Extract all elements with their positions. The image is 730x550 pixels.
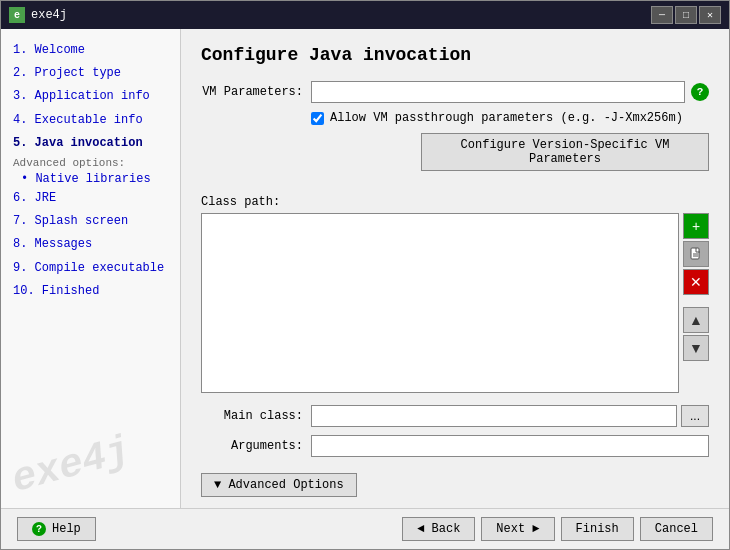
sidebar-link-messages[interactable]: 8. Messages [13,237,92,251]
minimize-button[interactable]: ─ [651,6,673,24]
sidebar-item-executable-info[interactable]: 4. Executable info [9,109,172,132]
main-class-row: Main class: ... [201,405,709,427]
close-button[interactable]: ✕ [699,6,721,24]
classpath-file-button[interactable] [683,241,709,267]
title-bar: e exe4j ─ □ ✕ [1,1,729,29]
advanced-options-button[interactable]: ▼ Advanced Options [201,473,357,497]
sidebar-item-project-type[interactable]: 2. Project type [9,62,172,85]
window-title: exe4j [31,8,67,22]
arguments-row: Arguments: [201,435,709,457]
sidebar-item-java-invocation[interactable]: 5. Java invocation [9,132,172,155]
sidebar: 1. Welcome 2. Project type 3. Applicatio… [1,29,181,508]
sidebar-item-compile[interactable]: 9. Compile executable [9,257,172,280]
classpath-wrapper: + ✕ ▲ ▼ [201,213,709,393]
bottom-right: ◄ Back Next ► Finish Cancel [402,517,713,541]
classpath-label: Class path: [201,195,709,209]
finish-button[interactable]: Finish [561,517,634,541]
main-class-browse-button[interactable]: ... [681,405,709,427]
vm-parameters-label: VM Parameters: [201,85,311,99]
sidebar-watermark: exe4j [7,428,135,503]
sidebar-link-jre[interactable]: 6. JRE [13,191,56,205]
sidebar-link-executable-info[interactable]: 4. Executable info [13,113,143,127]
sidebar-link-project-type[interactable]: 2. Project type [13,66,121,80]
classpath-up-button[interactable]: ▲ [683,307,709,333]
classpath-buttons: + ✕ ▲ ▼ [683,213,709,393]
title-bar-left: e exe4j [9,7,67,23]
vm-parameters-input[interactable] [311,81,685,103]
bottom-bar: ? Help ◄ Back Next ► Finish Cancel [1,508,729,549]
main-panel: Configure Java invocation VM Parameters:… [181,29,729,508]
help-button-icon: ? [32,522,46,536]
classpath-down-button[interactable]: ▼ [683,335,709,361]
title-controls: ─ □ ✕ [651,6,721,24]
sidebar-link-compile[interactable]: 9. Compile executable [13,261,164,275]
classpath-area[interactable] [201,213,679,393]
allow-passthrough-checkbox[interactable] [311,112,324,125]
sidebar-link-application-info[interactable]: 3. Application info [13,89,150,103]
sidebar-link-finished[interactable]: 10. Finished [13,284,99,298]
bottom-left: ? Help [17,517,96,541]
sidebar-item-finished[interactable]: 10. Finished [9,280,172,303]
sidebar-link-splash[interactable]: 7. Splash screen [13,214,128,228]
advanced-options-label: Advanced options: [9,155,172,171]
sidebar-item-splash[interactable]: 7. Splash screen [9,210,172,233]
main-class-input[interactable] [311,405,677,427]
cancel-button[interactable]: Cancel [640,517,713,541]
page-title: Configure Java invocation [201,45,709,65]
sidebar-link-native-libraries[interactable]: • Native libraries [21,172,151,186]
sidebar-item-messages[interactable]: 8. Messages [9,233,172,256]
sidebar-link-java-invocation[interactable]: 5. Java invocation [13,136,143,150]
help-button[interactable]: ? Help [17,517,96,541]
classpath-remove-button[interactable]: ✕ [683,269,709,295]
back-button[interactable]: ◄ Back [402,517,475,541]
content-area: 1. Welcome 2. Project type 3. Applicatio… [1,29,729,508]
allow-passthrough-row: Allow VM passthrough parameters (e.g. -J… [311,111,709,125]
maximize-button[interactable]: □ [675,6,697,24]
sidebar-item-welcome[interactable]: 1. Welcome [9,39,172,62]
arguments-input[interactable] [311,435,709,457]
next-button[interactable]: Next ► [481,517,554,541]
classpath-add-button[interactable]: + [683,213,709,239]
configure-version-button[interactable]: Configure Version-Specific VM Parameters [421,133,709,171]
help-button-label: Help [52,522,81,536]
sidebar-link-welcome[interactable]: 1. Welcome [13,43,85,57]
advanced-btn-wrapper: ▼ Advanced Options [201,465,709,497]
arguments-label: Arguments: [201,439,311,453]
allow-passthrough-label: Allow VM passthrough parameters (e.g. -J… [330,111,683,125]
sidebar-item-jre[interactable]: 6. JRE [9,187,172,210]
sidebar-item-native-libraries[interactable]: • Native libraries [9,171,172,187]
configure-btn-wrapper: Configure Version-Specific VM Parameters [311,133,709,183]
vm-parameters-row: VM Parameters: ? [201,81,709,103]
app-icon: e [9,7,25,23]
sidebar-item-application-info[interactable]: 3. Application info [9,85,172,108]
main-class-label: Main class: [201,409,311,423]
main-window: e exe4j ─ □ ✕ 1. Welcome 2. Project type… [0,0,730,550]
vm-parameters-help-icon[interactable]: ? [691,83,709,101]
